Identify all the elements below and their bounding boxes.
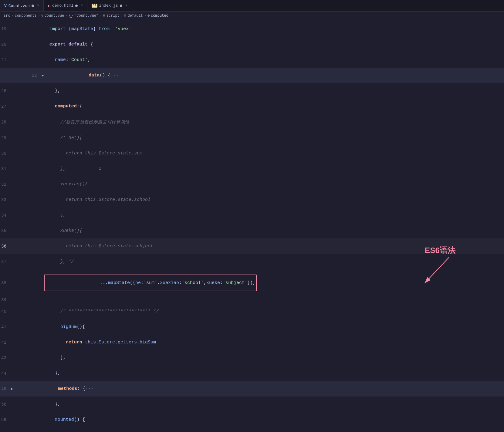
bc-computed-icon: ⚙ xyxy=(147,13,150,18)
code-line-26: 26 }, xyxy=(0,83,504,99)
code-line-38: 38 ...mapState({he:'sum',xuexiao:'school… xyxy=(0,269,504,296)
ln-32: 32 xyxy=(1,182,11,187)
bc-src: src xyxy=(4,14,10,18)
bc-default-icon: ⊡ xyxy=(124,13,126,18)
code-line-30: 30 return this.$store.state.sum xyxy=(0,146,504,161)
token-27-indent xyxy=(44,104,55,109)
code-line-59: 59 mounted() { xyxy=(0,412,504,427)
token-comma-he: , xyxy=(157,280,160,285)
token-comment-29: /* he(){ xyxy=(44,135,82,140)
token-26-brace: }, xyxy=(55,88,60,93)
lc-29: /* he(){ xyxy=(11,130,503,146)
tab-index-js[interactable]: JS index.js × xyxy=(87,0,132,11)
bc-sep6: › xyxy=(144,14,146,18)
token-store-42: $store xyxy=(99,340,115,345)
token-comment-30: return this.$store.state.sum xyxy=(44,151,142,156)
token-58-brace: }, xyxy=(55,402,60,407)
bc-components: components xyxy=(15,14,37,18)
tab-close-demo-html[interactable]: × xyxy=(81,4,83,8)
token-mounted: mounted xyxy=(55,417,74,422)
ln-29: 29 xyxy=(1,136,11,140)
code-container: 19 import {mapState} from 'vuex' 20 expo… xyxy=(0,20,504,432)
es6-arrow xyxy=(419,254,455,291)
token-comment-31: }, xyxy=(44,166,66,171)
lc-28: //靠程序员自己亲自去写计算属性 xyxy=(11,114,503,130)
ln-39: 39 xyxy=(1,298,11,302)
ln-59: 59 xyxy=(1,417,11,422)
token-comment-36: return this.$store.state.subject xyxy=(44,244,153,249)
token-27-colon: : xyxy=(77,104,79,109)
lc-35: xueke(){ xyxy=(11,223,503,238)
bc-script-icon: ⊞ xyxy=(103,13,105,18)
ln-27: 27 xyxy=(1,104,11,109)
vue-icon: V xyxy=(4,4,7,8)
token-school: 'school' xyxy=(182,280,204,285)
lc-27: computed:{ xyxy=(11,99,503,114)
lc-39 xyxy=(11,298,503,303)
code-line-34: 34 }, xyxy=(0,208,504,223)
ln-41: 41 xyxy=(1,325,11,329)
lc-42: return this.$store.getters.bigSum xyxy=(11,335,503,350)
code-line-44: 44 }, xyxy=(0,366,504,381)
code-line-27: 27 computed:{ xyxy=(0,99,504,114)
ln-43: 43 xyxy=(1,356,11,360)
token-bigsum-fn: bigSum xyxy=(60,324,77,329)
code-line-33: 33 return this.$store.state.school xyxy=(0,192,504,208)
token-dot-42: . xyxy=(96,340,99,345)
lc-41: bigSum(){ xyxy=(11,319,503,335)
ln-37: 37 xyxy=(1,259,11,264)
token-computed-prop: computed xyxy=(55,104,77,109)
token-cursor-31: I xyxy=(66,166,101,171)
token-this-42: this xyxy=(85,340,96,345)
token-colon-xuexiao: : xyxy=(179,280,182,285)
code-line-42: 42 return this.$store.getters.bigSum xyxy=(0,335,504,350)
lc-34: }, xyxy=(11,208,503,223)
lc-43: }, xyxy=(11,350,503,366)
token-xuexiao: xuexiao xyxy=(160,280,179,285)
collapse-arrow-22[interactable]: ▶ xyxy=(42,73,44,77)
editor: 19 import {mapState} from 'vuex' 20 expo… xyxy=(0,20,504,432)
lc-45: methods: {··· xyxy=(14,381,503,397)
tab-bar: V Count.vue × ◧ demo.html × JS index.js … xyxy=(0,0,504,12)
lc-40: /* ****************************** */ xyxy=(11,304,503,319)
token-collapsed: ··· xyxy=(110,73,119,78)
token-he: he xyxy=(135,280,141,285)
tab-close-count-vue[interactable]: × xyxy=(37,4,39,8)
app-container: V Count.vue × ◧ demo.html × JS index.js … xyxy=(0,0,504,432)
token-comment-37: }, */ xyxy=(44,259,74,264)
token-dot3-42: . xyxy=(137,340,140,345)
ln-28: 28 xyxy=(1,120,11,125)
lc-22: data() {··· xyxy=(45,68,503,83)
tab-close-index-js[interactable]: × xyxy=(125,4,127,8)
bc-default: default xyxy=(127,14,143,18)
token-methods-brace: { xyxy=(83,386,86,391)
breadcrumb: src › components › V Count.vue › {} "Cou… xyxy=(0,12,504,20)
code-line-40: 40 /* ****************************** */ xyxy=(0,304,504,319)
ln-36: 36 xyxy=(1,244,11,249)
bc-sep1: › xyxy=(12,14,14,18)
tab-demo-html[interactable]: ◧ demo.html × xyxy=(44,0,87,11)
code-line-35: 35 xueke(){ xyxy=(0,223,504,238)
code-line-31: 31 }, I xyxy=(0,161,504,177)
ln-31: 31 xyxy=(1,167,11,171)
collapse-arrow-45[interactable]: ▶ xyxy=(11,387,13,391)
token-methods-collapsed: ··· xyxy=(86,386,94,391)
token-brace2: } xyxy=(93,26,96,32)
code-line-22: 22 ▶ data() {··· xyxy=(0,68,504,83)
tab-label-index-js: index.js xyxy=(99,3,118,8)
code-line-20: 20 export default { xyxy=(0,37,504,52)
token-ms-open: ( xyxy=(130,280,133,285)
token-colon-xueke: : xyxy=(220,280,223,285)
token-data-brace: { xyxy=(108,73,110,78)
lc-21: name:'Count', xyxy=(11,52,503,68)
bc-countvue-str: "Count.vue" xyxy=(74,14,98,18)
token-default: default xyxy=(69,42,90,47)
es6-annotation: ES6语法 xyxy=(425,245,455,256)
token-space xyxy=(110,26,115,32)
ln-35: 35 xyxy=(1,228,11,233)
tab-modified-dot-js xyxy=(120,5,122,7)
token-count-str: 'Count' xyxy=(69,57,88,62)
tab-count-vue[interactable]: V Count.vue × xyxy=(0,0,44,11)
token-43 xyxy=(44,355,60,360)
code-line-60: 60 const x = mapState({he:'sum',xuexiao:… xyxy=(0,427,504,432)
